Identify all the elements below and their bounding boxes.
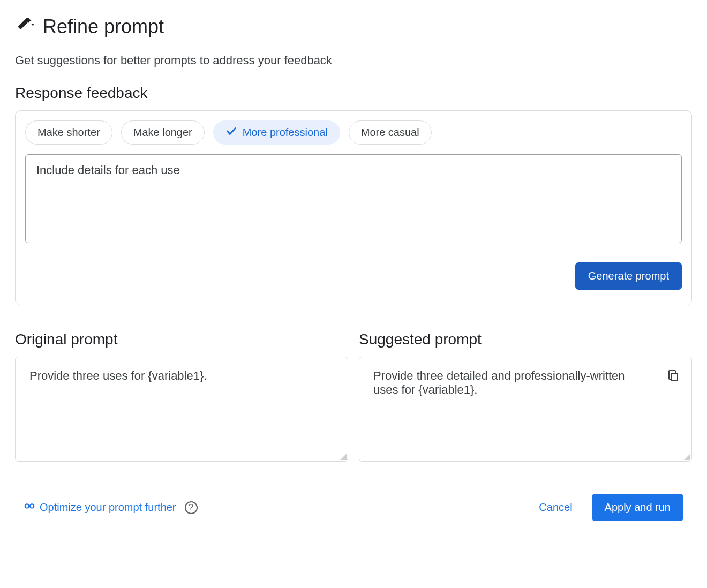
check-icon [225, 125, 237, 140]
chip-label: More professional [243, 126, 328, 139]
chip-more-professional[interactable]: More professional [213, 120, 340, 145]
optimize-further-link[interactable]: Optimize your prompt further [24, 500, 176, 515]
suggested-prompt-box[interactable]: Provide three detailed and professionall… [359, 357, 692, 462]
chip-more-casual[interactable]: More casual [349, 120, 432, 145]
chip-make-longer[interactable]: Make longer [121, 120, 205, 145]
svg-point-3 [30, 504, 34, 508]
feedback-chips: Make shorter Make longer More profession… [25, 120, 682, 145]
footer-left: Optimize your prompt further ? [24, 500, 198, 515]
footer-right: Cancel Apply and run [539, 494, 683, 521]
help-icon[interactable]: ? [185, 501, 198, 514]
dialog-title: Refine prompt [43, 16, 164, 38]
svg-point-2 [25, 504, 29, 508]
chip-make-shorter[interactable]: Make shorter [25, 120, 112, 145]
dialog-footer: Optimize your prompt further ? Cancel Ap… [15, 494, 692, 521]
resize-handle-icon[interactable] [339, 453, 347, 460]
original-prompt-label: Original prompt [15, 331, 348, 348]
suggested-prompt-text: Provide three detailed and professionall… [373, 369, 651, 397]
response-feedback-panel: Make shorter Make longer More profession… [15, 110, 692, 305]
apply-and-run-button[interactable]: Apply and run [592, 494, 683, 521]
resize-handle-icon[interactable] [683, 453, 690, 460]
response-feedback-label: Response feedback [15, 85, 692, 102]
chip-label: Make longer [133, 126, 192, 139]
original-prompt-box[interactable]: Provide three uses for {variable1}. [15, 357, 348, 462]
suggested-prompt-label: Suggested prompt [359, 331, 692, 348]
generate-prompt-button[interactable]: Generate prompt [575, 262, 682, 290]
chip-label: Make shorter [37, 126, 100, 139]
cancel-button[interactable]: Cancel [539, 501, 572, 514]
copy-icon[interactable] [667, 369, 680, 382]
dialog-subtitle: Get suggestions for better prompts to ad… [15, 54, 692, 67]
dialog-header: Refine prompt [15, 15, 692, 39]
original-prompt-col: Original prompt Provide three uses for {… [15, 331, 348, 462]
prompts-row: Original prompt Provide three uses for {… [15, 331, 692, 462]
svg-rect-1 [671, 373, 678, 381]
feedback-textarea[interactable] [25, 154, 682, 243]
suggested-prompt-col: Suggested prompt Provide three detailed … [359, 331, 692, 462]
original-prompt-text: Provide three uses for {variable1}. [29, 369, 334, 383]
generate-row: Generate prompt [25, 262, 682, 290]
chip-label: More casual [361, 126, 419, 139]
magic-wand-icon [15, 15, 36, 39]
optimize-further-label: Optimize your prompt further [40, 501, 176, 514]
link-icon [24, 500, 35, 515]
